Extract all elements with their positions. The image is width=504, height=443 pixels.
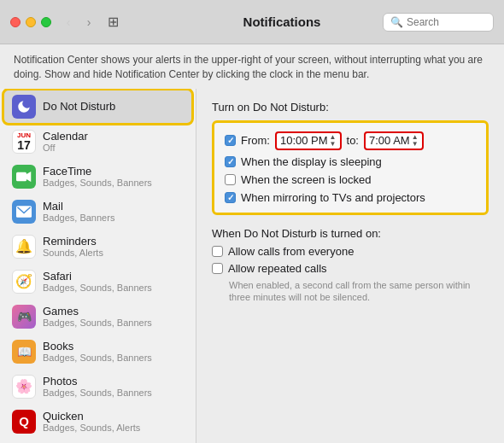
sidebar-item-books[interactable]: 📖BooksBadges, Sounds, Banners	[3, 335, 192, 369]
quicken-sub: Badges, Sounds, Alerts	[43, 423, 140, 433]
dnd-box: From: 10:00 PM ▲ ▼ to: 7:00 AM ▲ ▼	[212, 120, 489, 215]
sidebar-item-calendar[interactable]: JUN17CalendarOff	[3, 125, 192, 159]
mirroring-label: When mirroring to TVs and projectors	[241, 191, 425, 204]
safari-icon: 🧭	[12, 270, 36, 294]
sidebar-item-photos[interactable]: 🌸PhotosBadges, Sounds, Banners	[3, 370, 192, 404]
back-button[interactable]: ‹	[60, 14, 77, 31]
sidebar-item-reminders[interactable]: 🔔RemindersSounds, Alerts	[3, 230, 192, 264]
traffic-lights	[10, 17, 51, 27]
from-time-checkbox[interactable]	[225, 135, 236, 146]
display-sleeping-row: When the display is sleeping	[225, 155, 476, 168]
mail-name: Mail	[43, 200, 114, 213]
search-icon: 🔍	[390, 16, 403, 28]
to-time-value: 7:00 AM	[369, 134, 410, 147]
right-panel: Turn on Do Not Disturb: From: 10:00 PM ▲…	[196, 89, 504, 443]
from-time-value: 10:00 PM	[280, 134, 328, 147]
facetime-name: FaceTime	[43, 165, 152, 178]
helper-text: When enabled, a second call from the sam…	[229, 279, 485, 305]
titlebar: ‹ › ⊞ Notifications 🔍	[0, 0, 504, 44]
svg-rect-0	[16, 172, 26, 181]
reminders-sub: Sounds, Alerts	[43, 248, 103, 258]
allow-repeated-checkbox[interactable]	[212, 263, 223, 274]
photos-sub: Badges, Sounds, Banners	[43, 388, 152, 398]
sidebar-item-facetime[interactable]: FaceTimeBadges, Sounds, Banners	[3, 160, 192, 194]
search-input[interactable]	[407, 16, 486, 28]
quicken-name: Quicken	[43, 410, 140, 423]
close-button[interactable]	[10, 17, 21, 27]
photos-icon: 🌸	[12, 375, 36, 399]
forward-button[interactable]: ›	[80, 14, 97, 31]
allow-repeated-row: Allow repeated calls	[212, 262, 489, 275]
main-content: Do Not DisturbJUN17CalendarOffFaceTimeBa…	[0, 89, 504, 443]
allow-calls-label: Allow calls from everyone	[228, 245, 354, 258]
sidebar-item-do-not-disturb[interactable]: Do Not Disturb	[3, 90, 192, 124]
safari-name: Safari	[43, 270, 152, 283]
maximize-button[interactable]	[41, 17, 51, 27]
games-name: Games	[43, 305, 152, 318]
sidebar: Do Not DisturbJUN17CalendarOffFaceTimeBa…	[0, 89, 196, 443]
books-sub: Badges, Sounds, Banners	[43, 353, 152, 363]
mirroring-row: When mirroring to TVs and projectors	[225, 191, 476, 204]
when-dnd-title: When Do Not Disturb is turned on:	[212, 227, 489, 240]
screen-locked-checkbox[interactable]	[225, 174, 236, 185]
search-bar: 🔍	[383, 13, 494, 32]
dnd-section-title: Turn on Do Not Disturb:	[212, 101, 489, 114]
sidebar-item-quicken[interactable]: QQuickenBadges, Sounds, Alerts	[3, 405, 192, 439]
from-row: From: 10:00 PM ▲ ▼ to: 7:00 AM ▲ ▼	[225, 131, 476, 150]
grid-icon[interactable]: ⊞	[104, 14, 121, 31]
from-label: From:	[241, 134, 270, 147]
mail-sub: Badges, Banners	[43, 213, 114, 223]
when-dnd-section: When Do Not Disturb is turned on: Allow …	[212, 227, 489, 305]
do-not-disturb-name: Do Not Disturb	[43, 100, 115, 113]
svg-marker-1	[26, 172, 31, 182]
games-sub: Badges, Sounds, Banners	[43, 318, 152, 328]
mail-icon	[12, 200, 36, 224]
from-time-stepper[interactable]: ▲ ▼	[330, 134, 337, 148]
facetime-icon	[12, 165, 36, 189]
to-time-input[interactable]: 7:00 AM ▲ ▼	[364, 131, 424, 150]
description-text: Notification Center shows your alerts in…	[0, 44, 504, 89]
minimize-button[interactable]	[26, 17, 36, 27]
to-label: to:	[347, 134, 359, 147]
books-name: Books	[43, 340, 152, 353]
sidebar-item-mail[interactable]: MailBadges, Banners	[3, 195, 192, 229]
from-time-input[interactable]: 10:00 PM ▲ ▼	[275, 131, 342, 150]
photos-name: Photos	[43, 375, 152, 388]
reminders-icon: 🔔	[12, 235, 36, 259]
allow-calls-checkbox[interactable]	[212, 246, 223, 257]
books-icon: 📖	[12, 340, 36, 364]
sidebar-item-games[interactable]: 🎮GamesBadges, Sounds, Banners	[3, 300, 192, 334]
sidebar-item-setapp[interactable]: SSetapp	[3, 440, 192, 443]
nav-arrows: ‹ ›	[60, 14, 97, 31]
allow-calls-row: Allow calls from everyone	[212, 245, 489, 258]
facetime-sub: Badges, Sounds, Banners	[43, 178, 152, 188]
do-not-disturb-icon	[12, 95, 36, 119]
screen-locked-row: When the screen is locked	[225, 173, 476, 186]
allow-repeated-label: Allow repeated calls	[228, 262, 327, 275]
safari-sub: Badges, Sounds, Banners	[43, 283, 152, 293]
screen-locked-label: When the screen is locked	[241, 173, 371, 186]
quicken-icon: Q	[12, 410, 36, 434]
calendar-icon: JUN17	[12, 130, 36, 154]
mirroring-checkbox[interactable]	[225, 192, 236, 203]
sidebar-item-safari[interactable]: 🧭SafariBadges, Sounds, Banners	[3, 265, 192, 299]
calendar-name: Calendar	[43, 130, 88, 143]
display-sleeping-label: When the display is sleeping	[241, 155, 382, 168]
to-time-stepper[interactable]: ▲ ▼	[412, 134, 419, 148]
display-sleeping-checkbox[interactable]	[225, 156, 236, 167]
games-icon: 🎮	[12, 305, 36, 329]
calendar-sub: Off	[43, 143, 88, 153]
reminders-name: Reminders	[43, 235, 103, 248]
